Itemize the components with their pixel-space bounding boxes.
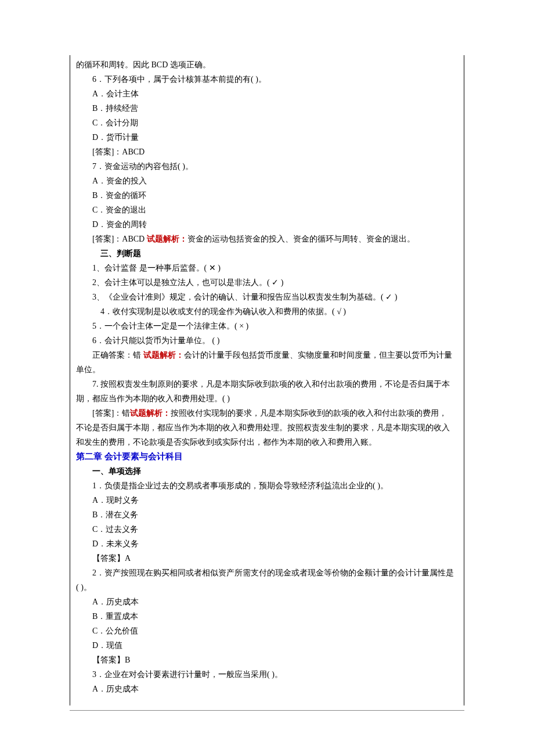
j7-ans-red: 试题解析： bbox=[130, 409, 171, 417]
judge-3: 3、《企业会计准则》规定，会计的确认、计量和报告应当以权责发生制为基础。( ✓ … bbox=[76, 290, 458, 304]
judge-7-line1: 7. 按照权责发生制原则的要求，凡是本期实际收到款项的收入和付出款项的费用，不论… bbox=[76, 377, 458, 391]
q7-opt-d: D．资金的周转 bbox=[76, 217, 458, 232]
j6-ans-red: 试题解析： bbox=[143, 351, 184, 359]
j7-ans-l1-rest: 按照收付实现制的要求，凡是本期实际收到的款项的收入和付出款项的费用， bbox=[171, 409, 447, 417]
intro-line: 的循环和周转。因此 BCD 选项正确。 bbox=[76, 57, 458, 72]
c2q2-opt-b: B．重置成本 bbox=[76, 609, 458, 624]
q7-opt-b: B．资金的循环 bbox=[76, 188, 458, 203]
c2q2-opt-a: A．历史成本 bbox=[76, 595, 458, 609]
c2q1-answer: 【答案】A bbox=[76, 551, 458, 566]
chapter2-section1: 一、单项选择 bbox=[76, 464, 458, 478]
c2q2-stem-l1: 2．资产按照现在购买相同或者相似资产所需支付的现金或者现金等价物的金额计量的会计… bbox=[76, 566, 458, 580]
q7-ans-rest: 资金的运动包括资金的投入、资金的循环与周转、资金的退出。 bbox=[187, 235, 415, 243]
c2q1-opt-a: A．现时义务 bbox=[76, 493, 458, 507]
q7-ans-red: 试题解析： bbox=[147, 235, 187, 243]
q7-ans-prefix: [答案]：ABCD bbox=[92, 235, 147, 243]
section3-title: 三、判断题 bbox=[76, 246, 458, 261]
c2q2-stem-l2: ( )。 bbox=[76, 580, 458, 595]
judge-7-answer-line3: 和发生的费用，不论款项是否实际收到或实际付出，都作为本期的收入和费用入账。 bbox=[76, 435, 458, 449]
q7-stem: 7．资金运动的内容包括( )。 bbox=[76, 159, 458, 174]
q7-answer: [答案]：ABCD 试题解析：资金的运动包括资金的投入、资金的循环与周转、资金的… bbox=[76, 232, 458, 246]
judge-7-line2: 期，都应当作为本期的收入和费用处理。( ) bbox=[76, 391, 458, 406]
c2q1-opt-d: D．未来义务 bbox=[76, 537, 458, 551]
judge-7-answer-line1: [答案]：错试题解析：按照收付实现制的要求，凡是本期实际收到的款项的收入和付出款… bbox=[76, 406, 458, 420]
content-box: 的循环和周转。因此 BCD 选项正确。 6．下列各项中，属于会计核算基本前提的有… bbox=[70, 55, 464, 705]
footer-divider bbox=[70, 710, 464, 711]
q6-opt-a: A．会计主体 bbox=[76, 87, 458, 101]
j7-ans-prefix: [答案]：错 bbox=[92, 409, 130, 417]
c2q1-opt-c: C．过去义务 bbox=[76, 522, 458, 537]
judge-7-answer-line2: 不论是否归属于本期，都应当作为本期的收入和费用处理。按照权责发生制的要求，凡是本… bbox=[76, 420, 458, 435]
judge-1: 1、会计监督 是一种事后监督。( ✕ ) bbox=[76, 261, 458, 275]
j6-ans-prefix: 正确答案：错 bbox=[92, 351, 143, 359]
c2q2-opt-d: D．现值 bbox=[76, 638, 458, 653]
q6-opt-d: D．货币计量 bbox=[76, 130, 458, 145]
c2q1-opt-b: B．潜在义务 bbox=[76, 507, 458, 522]
chapter2-title: 第二章 会计要素与会计科目 bbox=[76, 449, 458, 464]
q6-opt-c: C．会计分期 bbox=[76, 116, 458, 130]
c2q3-stem: 3．企业在对会计要素进行计量时，一般应当采用( )。 bbox=[76, 667, 458, 682]
q6-stem: 6．下列各项中，属于会计核算基本前提的有( )。 bbox=[76, 72, 458, 87]
judge-6-answer-line1: 正确答案：错 试题解析：会计的计量手段包括货币度量、实物度量和时间度量，但主要以… bbox=[76, 348, 458, 377]
c2q2-opt-c: C．公允价值 bbox=[76, 624, 458, 638]
q6-opt-b: B．持续经营 bbox=[76, 101, 458, 116]
c2q2-answer: 【答案】B bbox=[76, 653, 458, 667]
q7-opt-a: A．资金的投入 bbox=[76, 174, 458, 188]
judge-2: 2、会计主体可以是独立法人，也可以是非法人。( ✓ ) bbox=[76, 275, 458, 290]
judge-5: 5．一个会计主体一定是一个法律主体。( × ) bbox=[76, 319, 458, 333]
c2q1-stem: 1．负债是指企业过去的交易或者事项形成的，预期会导致经济利益流出企业的( )。 bbox=[76, 478, 458, 493]
judge-4: 4．收付实现制是以收或支付的现金作为确认收入和费用的依据。( √ ) bbox=[76, 304, 458, 319]
q6-answer: [答案]：ABCD bbox=[76, 145, 458, 159]
q7-opt-c: C．资金的退出 bbox=[76, 203, 458, 217]
judge-6: 6．会计只能以货币为计量单位。 ( ) bbox=[76, 333, 458, 348]
c2q3-opt-a: A．历史成本 bbox=[76, 682, 458, 696]
